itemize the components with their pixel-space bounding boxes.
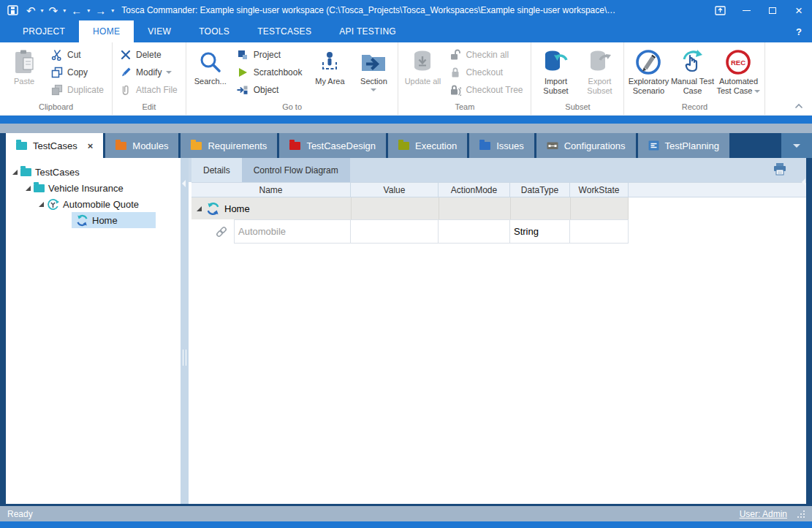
- quick-access-toolbar: ↶ ▾ ↷ ▾ ← ▾ → ▾: [7, 5, 115, 16]
- grid-header-row: Name Value ActionMode DataType WorkState: [191, 182, 806, 197]
- checkout-button[interactable]: Checkout: [446, 64, 525, 80]
- delete-button[interactable]: Delete: [116, 47, 181, 63]
- redo-dropdown-icon[interactable]: ▾: [61, 7, 67, 14]
- workspace-tab-requirements[interactable]: Requirements: [181, 133, 277, 158]
- delete-icon: [119, 50, 132, 60]
- goto-scratchbook-button[interactable]: Scratchbook: [234, 64, 306, 80]
- details-tab-strip: Details Control Flow Diagram: [189, 158, 806, 182]
- save-icon[interactable]: [7, 5, 23, 15]
- attach-file-button[interactable]: Attach File: [116, 82, 181, 98]
- manual-test-case-button[interactable]: Manual Test Case: [670, 45, 714, 98]
- goto-object-button[interactable]: Object: [234, 82, 306, 98]
- resize-grip[interactable]: [797, 510, 805, 518]
- window-title: Tosca Commander: Example single-user wor…: [121, 5, 618, 15]
- print-icon[interactable]: [773, 162, 787, 176]
- automated-test-case-button[interactable]: REC Automated Test Case: [714, 45, 762, 98]
- redo-button[interactable]: ↷: [47, 5, 61, 16]
- workspace-tab-execution[interactable]: Execution: [388, 133, 467, 158]
- export-subset-button[interactable]: Export Subset: [577, 45, 621, 98]
- close-button[interactable]: ×: [786, 0, 812, 20]
- maximize-button[interactable]: [759, 0, 786, 20]
- search-button[interactable]: Search...: [189, 45, 232, 98]
- tab-details[interactable]: Details: [191, 158, 242, 182]
- tab-home[interactable]: HOME: [79, 20, 134, 42]
- back-button[interactable]: ←: [69, 5, 84, 16]
- goto-project-button[interactable]: Project: [234, 47, 306, 63]
- checkin-all-button[interactable]: Checkin all: [446, 47, 525, 63]
- expander-icon[interactable]: [196, 205, 202, 212]
- modify-dropdown-icon[interactable]: [166, 71, 172, 74]
- grid-row-automobile[interactable]: Automobile String: [191, 219, 806, 244]
- my-area-icon: [319, 48, 341, 77]
- tab-overflow-button[interactable]: [781, 133, 812, 158]
- cell-value[interactable]: [351, 219, 439, 244]
- tab-view[interactable]: VIEW: [134, 20, 185, 42]
- testplanning-icon: [648, 140, 659, 151]
- cell-workstate[interactable]: [570, 219, 629, 244]
- minimize-button[interactable]: [733, 0, 759, 20]
- help-button[interactable]: ?: [786, 20, 812, 42]
- workspace-tab-configurations[interactable]: Configurations: [536, 133, 636, 158]
- column-header-workstate[interactable]: WorkState: [570, 183, 629, 197]
- paste-button[interactable]: Paste: [2, 45, 46, 98]
- tree-item-automobile-quote[interactable]: Automobile Quote: [6, 196, 181, 212]
- modify-button[interactable]: Modify: [116, 64, 181, 80]
- workspace-tab-testcasedesign[interactable]: TestCaseDesign: [279, 133, 386, 158]
- tab-control-flow-diagram[interactable]: Control Flow Diagram: [242, 158, 350, 182]
- section-button[interactable]: Section: [352, 45, 395, 98]
- tree-item-vehicle-insurance[interactable]: Vehicle Insurance: [6, 180, 181, 196]
- tosca-commander-window: ↶ ▾ ↷ ▾ ← ▾ → ▾ Tosca Commander: Example…: [0, 0, 812, 528]
- column-header-name[interactable]: Name: [191, 183, 351, 197]
- customize-qat-dropdown-icon[interactable]: ▾: [110, 7, 115, 14]
- attach-file-icon: [119, 84, 132, 96]
- tree-item-home[interactable]: Home: [6, 212, 181, 228]
- collapse-ribbon-icon[interactable]: [794, 103, 803, 109]
- section-dropdown-icon[interactable]: [371, 88, 376, 91]
- duplicate-button[interactable]: Duplicate: [48, 82, 107, 98]
- tab-project[interactable]: PROJECT: [9, 20, 79, 42]
- collapse-left-icon[interactable]: [182, 180, 186, 187]
- workspace-tab-modules[interactable]: Modules: [105, 133, 178, 158]
- splitter-grip[interactable]: [183, 350, 186, 366]
- column-header-actionmode[interactable]: ActionMode: [439, 183, 510, 197]
- object-icon: [237, 84, 249, 96]
- configurations-icon: [547, 140, 558, 151]
- tree-item-testcases[interactable]: TestCases: [6, 164, 181, 180]
- tab-testcases[interactable]: TESTCASES: [243, 20, 325, 42]
- cell-actionmode[interactable]: [439, 219, 510, 244]
- tab-api-testing[interactable]: API TESTING: [325, 20, 410, 42]
- exploratory-scenario-button[interactable]: Exploratory Scenario: [626, 45, 670, 98]
- workspace-tab-issues[interactable]: Issues: [469, 133, 534, 158]
- expander-icon[interactable]: [10, 169, 19, 176]
- my-area-button[interactable]: My Area: [308, 45, 352, 98]
- column-header-datatype[interactable]: DataType: [510, 183, 570, 197]
- import-subset-button[interactable]: Import Subset: [534, 45, 577, 98]
- copy-button[interactable]: Copy: [48, 64, 107, 80]
- column-header-value[interactable]: Value: [351, 183, 439, 197]
- forward-button[interactable]: →: [93, 5, 108, 16]
- undo-dropdown-icon[interactable]: ▾: [39, 7, 45, 14]
- user-link[interactable]: User: Admin: [740, 509, 787, 519]
- checkout-tree-button[interactable]: Checkout Tree: [446, 82, 525, 98]
- ribbon-display-options-icon[interactable]: [707, 0, 733, 20]
- grid-row-home[interactable]: Home: [191, 197, 629, 219]
- workspace-tab-testplanning[interactable]: TestPlanning: [638, 133, 729, 158]
- divider: [570, 197, 571, 219]
- close-tab-icon[interactable]: ×: [88, 140, 94, 151]
- undo-button[interactable]: ↶: [24, 5, 38, 16]
- panel-splitter[interactable]: [181, 158, 189, 504]
- tab-tools[interactable]: TOOLS: [185, 20, 243, 42]
- workspace-tab-testcases[interactable]: TestCases ×: [6, 133, 103, 158]
- cell-datatype[interactable]: String: [510, 219, 570, 244]
- update-all-button[interactable]: Update all: [401, 45, 444, 98]
- cell-name[interactable]: Automobile: [234, 219, 351, 244]
- ribbon-tail: [765, 42, 812, 115]
- back-dropdown-icon[interactable]: ▾: [86, 7, 91, 14]
- expander-icon[interactable]: [37, 201, 45, 208]
- cut-button[interactable]: Cut: [48, 47, 107, 63]
- collapse-right-icon[interactable]: [802, 178, 805, 186]
- expander-icon[interactable]: [23, 185, 32, 192]
- automated-test-case-dropdown-icon[interactable]: [754, 90, 760, 93]
- row-icon-cell: [191, 219, 234, 244]
- modify-icon: [119, 67, 132, 78]
